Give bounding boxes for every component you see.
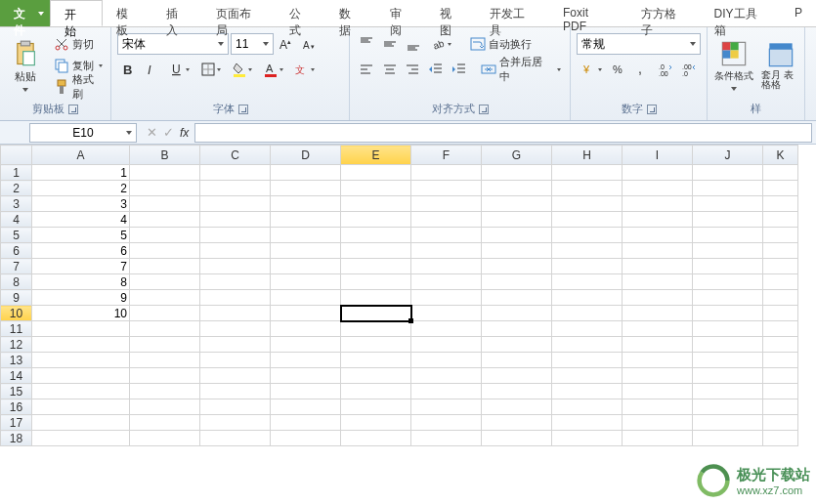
cell[interactable] bbox=[552, 306, 623, 321]
cell[interactable] bbox=[693, 415, 763, 431]
cell[interactable] bbox=[623, 384, 693, 399]
font-size-combo[interactable]: 11 bbox=[231, 33, 274, 55]
cell[interactable] bbox=[482, 431, 552, 446]
cell[interactable] bbox=[130, 228, 200, 243]
cell[interactable] bbox=[130, 306, 200, 321]
row-header[interactable]: 15 bbox=[1, 384, 32, 399]
column-header[interactable]: G bbox=[482, 146, 552, 165]
row-header[interactable]: 9 bbox=[1, 290, 32, 306]
menu-layout[interactable]: 页面布局 bbox=[202, 0, 276, 26]
menu-insert[interactable]: 插入 bbox=[152, 0, 202, 26]
cell[interactable] bbox=[482, 321, 552, 337]
cell[interactable] bbox=[32, 337, 130, 353]
cell[interactable] bbox=[552, 415, 623, 431]
cell[interactable] bbox=[552, 399, 623, 415]
menu-data[interactable]: 数据 bbox=[325, 0, 375, 26]
cell[interactable] bbox=[411, 243, 482, 259]
cell[interactable] bbox=[763, 181, 798, 196]
cell[interactable] bbox=[693, 321, 763, 337]
decrease-font-button[interactable]: A▾ bbox=[299, 33, 321, 55]
cell[interactable] bbox=[130, 399, 200, 415]
row-header[interactable]: 2 bbox=[1, 181, 32, 196]
align-left-button[interactable] bbox=[356, 59, 377, 80]
cell[interactable] bbox=[482, 368, 552, 384]
cell[interactable] bbox=[271, 243, 341, 259]
cell[interactable] bbox=[693, 274, 763, 290]
cell[interactable] bbox=[411, 384, 482, 399]
cell[interactable] bbox=[482, 415, 552, 431]
cell[interactable] bbox=[693, 306, 763, 321]
currency-button[interactable]: ¥ bbox=[577, 59, 606, 80]
cell[interactable] bbox=[482, 274, 552, 290]
cell[interactable] bbox=[763, 243, 798, 259]
cell[interactable] bbox=[200, 290, 271, 306]
cell[interactable] bbox=[200, 321, 271, 337]
cell[interactable] bbox=[623, 212, 693, 228]
font-dialog-launcher[interactable] bbox=[238, 105, 248, 114]
column-header[interactable]: A bbox=[32, 146, 130, 165]
font-color-button[interactable]: A bbox=[258, 59, 287, 80]
cell[interactable] bbox=[32, 368, 130, 384]
cell[interactable] bbox=[763, 368, 798, 384]
row-header[interactable]: 7 bbox=[1, 259, 32, 274]
cell[interactable] bbox=[271, 368, 341, 384]
cell[interactable] bbox=[200, 212, 271, 228]
cell[interactable] bbox=[130, 431, 200, 446]
clipboard-dialog-launcher[interactable] bbox=[68, 105, 78, 114]
cell[interactable] bbox=[552, 212, 623, 228]
cell[interactable] bbox=[552, 321, 623, 337]
cell[interactable] bbox=[411, 165, 482, 181]
cell[interactable] bbox=[130, 181, 200, 196]
row-header[interactable]: 12 bbox=[1, 337, 32, 353]
menu-review[interactable]: 审阅 bbox=[376, 0, 426, 26]
cell[interactable] bbox=[411, 290, 482, 306]
cell[interactable] bbox=[271, 165, 341, 181]
cell[interactable] bbox=[623, 399, 693, 415]
cell[interactable] bbox=[763, 306, 798, 321]
cell[interactable] bbox=[200, 431, 271, 446]
cell[interactable] bbox=[271, 196, 341, 212]
cell[interactable] bbox=[341, 321, 411, 337]
cell[interactable] bbox=[411, 212, 482, 228]
cell[interactable] bbox=[341, 290, 411, 306]
cell[interactable] bbox=[271, 228, 341, 243]
row-header[interactable]: 5 bbox=[1, 228, 32, 243]
cell[interactable] bbox=[482, 259, 552, 274]
cell[interactable] bbox=[200, 368, 271, 384]
menu-foxit[interactable]: Foxit PDF bbox=[549, 0, 627, 26]
cell[interactable] bbox=[763, 196, 798, 212]
cell[interactable] bbox=[32, 384, 130, 399]
fill-handle[interactable] bbox=[408, 318, 413, 323]
cell[interactable] bbox=[341, 337, 411, 353]
cell[interactable] bbox=[341, 368, 411, 384]
format-table-button[interactable]: 套月 表格格 bbox=[761, 31, 800, 100]
cell[interactable] bbox=[200, 415, 271, 431]
cell[interactable] bbox=[411, 181, 482, 196]
cell[interactable] bbox=[552, 181, 623, 196]
cell[interactable] bbox=[411, 415, 482, 431]
cell[interactable] bbox=[552, 337, 623, 353]
fx-icon[interactable]: fx bbox=[180, 126, 189, 140]
cell[interactable] bbox=[693, 228, 763, 243]
cell[interactable] bbox=[130, 384, 200, 399]
cell[interactable] bbox=[552, 259, 623, 274]
cell[interactable] bbox=[271, 212, 341, 228]
cell[interactable] bbox=[200, 306, 271, 321]
cell[interactable] bbox=[693, 353, 763, 368]
cell[interactable] bbox=[693, 431, 763, 446]
row-header[interactable]: 16 bbox=[1, 399, 32, 415]
cell[interactable] bbox=[341, 181, 411, 196]
cell[interactable] bbox=[693, 384, 763, 399]
cell[interactable] bbox=[341, 399, 411, 415]
cell[interactable] bbox=[200, 274, 271, 290]
align-dialog-launcher[interactable] bbox=[479, 105, 489, 114]
cell[interactable] bbox=[482, 165, 552, 181]
cell[interactable] bbox=[130, 337, 200, 353]
cell[interactable] bbox=[552, 353, 623, 368]
cell[interactable] bbox=[411, 306, 482, 321]
cell[interactable] bbox=[130, 321, 200, 337]
row-header[interactable]: 6 bbox=[1, 243, 32, 259]
cell[interactable] bbox=[623, 243, 693, 259]
increase-decimal-button[interactable]: .0.00 bbox=[655, 59, 676, 80]
fill-color-button[interactable] bbox=[227, 59, 256, 80]
